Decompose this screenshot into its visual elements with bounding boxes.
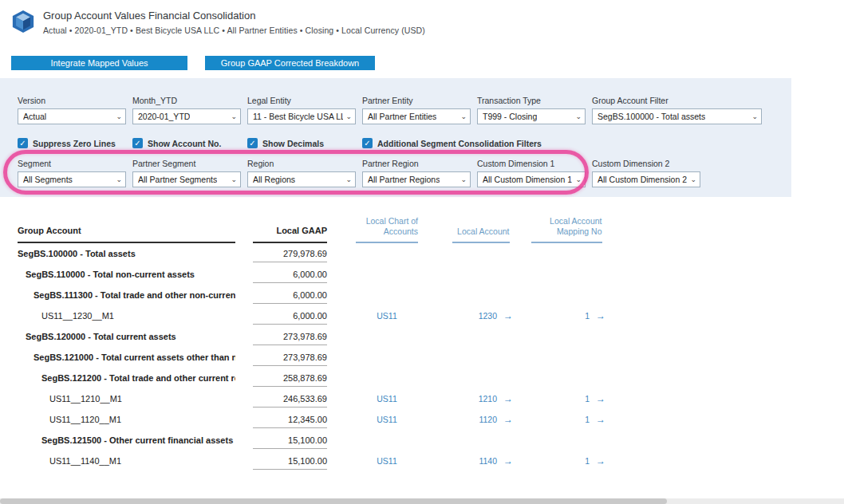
local-gaap-cell: 6,000.00 — [235, 290, 327, 300]
local-gaap-cell: 15,100.00 — [235, 456, 327, 466]
filter-segment: Segment All Segments ⌄ — [18, 159, 126, 187]
local-account-header: Local Account — [447, 226, 515, 243]
local-chart-cell: US11 — [327, 311, 447, 321]
filter-transaction-type: Transaction Type T999 - Closing ⌄ — [477, 96, 586, 124]
filter-label: Partner Region — [362, 159, 471, 168]
local-chart-cell: US11 — [327, 394, 447, 404]
group-account-cell: SegBS.111300 - Total trade and other non… — [18, 290, 235, 300]
segment-select[interactable]: All Segments ⌄ — [18, 171, 126, 187]
table-row: US11__1230__M1 6,000.00 US11 1230 → 1 → — [18, 305, 618, 326]
filter-label: Transaction Type — [477, 96, 586, 105]
local-chart-cell: US11 — [327, 415, 447, 424]
page-title: Group Account Values Financial Consolida… — [43, 10, 425, 22]
local-gaap-cell: 279,978.69 — [235, 249, 327, 258]
filter-custom-dimension-1: Custom Dimension 1 All Custom Dimension … — [477, 159, 586, 187]
checkbox-checked-icon: ✓ — [18, 138, 28, 148]
app-logo-icon — [11, 10, 35, 33]
table-row: SegBS.120000 - Total current assets 273,… — [18, 326, 618, 347]
checkbox-checked-icon: ✓ — [132, 138, 143, 148]
chevron-down-icon: ⌄ — [460, 176, 467, 183]
mapping-no-link[interactable]: 1 → — [515, 415, 618, 424]
local-gaap-cell: 273,978.69 — [235, 352, 327, 362]
horizontal-scrollbar-thumb[interactable] — [0, 498, 667, 504]
group-account-cell: US11__1210__M1 — [18, 394, 235, 404]
month-ytd-select[interactable]: 2020-01_YTD ⌄ — [132, 108, 241, 124]
checkbox-suppress-zero-lines[interactable]: ✓ Suppress Zero Lines — [18, 137, 126, 149]
app-header: Group Account Values Financial Consolida… — [0, 0, 844, 35]
filter-label: Segment — [18, 159, 126, 168]
filter-label: Legal Entity — [247, 96, 356, 105]
chevron-down-icon: ⌄ — [575, 176, 582, 183]
version-select[interactable]: Actual ⌄ — [18, 108, 126, 124]
local-account-link[interactable]: 1210 → — [447, 394, 515, 404]
table-row: SegBS.121500 - Other current financial a… — [18, 430, 618, 451]
custom-dimension-1-select[interactable]: All Custom Dimension 1 ⌄ — [477, 171, 586, 187]
context-breadcrumb: Actual • 2020-01_YTD • Best Bicycle USA … — [43, 26, 425, 35]
partner-region-select[interactable]: All Partner Regions ⌄ — [362, 171, 471, 187]
filter-label: Custom Dimension 2 — [592, 159, 700, 168]
filter-partner-segment: Partner Segment All Partner Segments ⌄ — [132, 159, 241, 187]
checkbox-show-account-no[interactable]: ✓ Show Account No. — [132, 137, 241, 149]
filter-custom-dimension-2: Custom Dimension 2 All Custom Dimension … — [592, 159, 700, 187]
group-account-filter-select[interactable]: SegBS.100000 - Total assets ⌄ — [592, 108, 762, 124]
drilldown-arrow-icon: → — [503, 456, 513, 466]
group-account-cell: SegBS.120000 - Total current assets — [18, 332, 235, 341]
group-gaap-corrected-breakdown-button[interactable]: Group GAAP Corrected Breakdown — [205, 56, 375, 70]
group-account-cell: SegBS.121500 - Other current financial a… — [18, 435, 235, 445]
drilldown-arrow-icon: → — [596, 394, 605, 404]
table-row: SegBS.100000 - Total assets 279,978.69 — [18, 243, 618, 264]
local-gaap-cell: 273,978.69 — [235, 332, 327, 341]
checkbox-checked-icon: ✓ — [247, 138, 258, 148]
transaction-type-select[interactable]: T999 - Closing ⌄ — [477, 108, 586, 124]
legal-entity-select[interactable]: 11 - Best Bicycle USA LL ⌄ — [247, 108, 356, 124]
mapping-no-link[interactable]: 1 → — [515, 394, 618, 404]
group-account-header: Group Account — [18, 226, 235, 243]
filter-partner-entity: Partner Entity All Partner Entities ⌄ — [362, 96, 471, 124]
group-account-cell: US11__1120__M1 — [18, 415, 235, 424]
table-row: SegBS.111300 - Total trade and other non… — [18, 285, 618, 305]
group-account-cell: SegBS.100000 - Total assets — [18, 249, 235, 258]
table-row: SegBS.110000 - Total non-current assets … — [18, 264, 618, 285]
drilldown-arrow-icon: → — [503, 394, 513, 404]
filter-label: Partner Entity — [362, 96, 471, 105]
local-account-link[interactable]: 1230 → — [447, 311, 515, 321]
filter-label: Custom Dimension 1 — [477, 159, 586, 168]
chevron-down-icon: ⌄ — [345, 113, 352, 120]
local-gaap-cell: 6,000.00 — [235, 270, 327, 279]
mapping-no-link[interactable]: 1 → — [515, 456, 618, 466]
drilldown-arrow-icon: → — [503, 311, 513, 321]
local-gaap-cell: 12,345.00 — [235, 415, 327, 424]
local-account-link[interactable]: 1120 → — [447, 415, 515, 424]
region-select[interactable]: All Regions ⌄ — [247, 171, 356, 187]
checkbox-show-decimals[interactable]: ✓ Show Decimals — [247, 137, 356, 149]
filter-label: Group Account Filter — [592, 96, 762, 105]
local-chart-cell: US11 — [327, 456, 447, 466]
group-account-cell: SegBS.121200 - Total trade and other cur… — [18, 373, 235, 383]
filter-region: Region All Regions ⌄ — [247, 159, 356, 187]
local-account-link[interactable]: 1140 → — [447, 456, 515, 466]
group-account-cell: US11__1230__M1 — [18, 311, 235, 321]
filter-month-ytd: Month_YTD 2020-01_YTD ⌄ — [132, 96, 241, 124]
table-header-row: Group Account Local GAAP Local Chart of … — [18, 216, 618, 243]
chevron-down-icon: ⌄ — [460, 113, 467, 120]
mapping-no-link[interactable]: 1 → — [515, 311, 618, 321]
local-gaap-cell: 246,533.69 — [235, 394, 327, 404]
page: Group Account Values Financial Consolida… — [0, 0, 844, 504]
horizontal-scrollbar[interactable] — [0, 498, 844, 504]
table-row: SegBS.121200 - Total trade and other cur… — [18, 368, 618, 388]
local-chart-of-accounts-header: Local Chart of Accounts — [327, 216, 447, 243]
local-account-mapping-no-header: Local Account Mapping No — [515, 216, 618, 243]
checkbox-additional-segment-filters[interactable]: ✓ Additional Segment Consolidation Filte… — [362, 137, 542, 149]
filter-panel: Version Actual ⌄ Month_YTD 2020-01_YTD ⌄… — [0, 78, 791, 197]
integrate-mapped-values-button[interactable]: Integrate Mapped Values — [11, 56, 187, 70]
partner-entity-select[interactable]: All Partner Entities ⌄ — [362, 108, 471, 124]
custom-dimension-2-select[interactable]: All Custom Dimension 2 ⌄ — [592, 171, 700, 187]
drilldown-arrow-icon: → — [596, 415, 605, 424]
filter-partner-region: Partner Region All Partner Regions ⌄ — [362, 159, 471, 187]
filter-row-2: Segment All Segments ⌄ Partner Segment A… — [18, 159, 791, 187]
table-row: US11__1120__M1 12,345.00 US11 1120 → 1 → — [18, 409, 618, 430]
chevron-down-icon: ⌄ — [575, 113, 582, 120]
group-account-cell: US11__1140__M1 — [18, 456, 235, 466]
local-gaap-header: Local GAAP — [235, 226, 327, 243]
partner-segment-select[interactable]: All Partner Segments ⌄ — [132, 171, 241, 187]
